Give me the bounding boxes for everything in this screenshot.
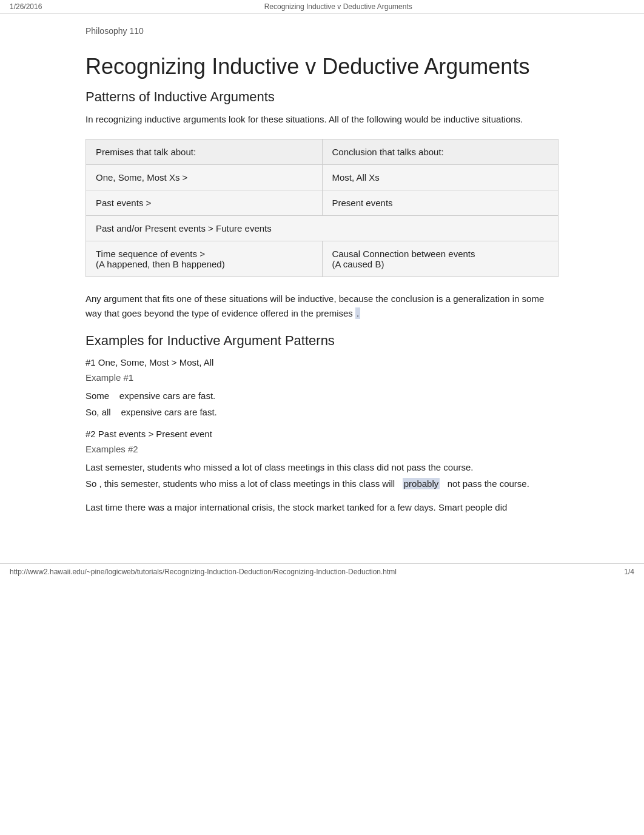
footer-bar: http://www2.hawaii.edu/~pine/logicweb/tu… <box>0 563 644 580</box>
table-cell-left-2: Past events > <box>86 190 323 216</box>
examples-section: Examples for Inductive Argument Patterns… <box>86 333 558 515</box>
table-cell-right-4: Causal Connection between events (A caus… <box>322 241 558 277</box>
example2-body: Last semester, students who missed a lot… <box>86 459 558 492</box>
example2-body2-suffix: not pass the course. <box>448 478 529 489</box>
body-text-1-main: Any argument that fits one of these situ… <box>86 293 544 318</box>
main-title: Recognizing Inductive v Deductive Argume… <box>86 54 558 79</box>
table-row: One, Some, Most Xs > Most, All Xs <box>86 165 558 190</box>
browser-date: 1/26/2016 <box>10 2 42 11</box>
example2-body1: Last semester, students who missed a lot… <box>86 459 558 475</box>
example1-line2-suffix: expensive cars are fast. <box>121 407 216 417</box>
example2-body2-prefix: So , this semester, students who miss a … <box>86 478 395 489</box>
body-text-1: Any argument that fits one of these situ… <box>86 292 558 321</box>
example1-line1: Some expensive cars are fast. <box>86 387 558 404</box>
table-cell-right-1: Most, All Xs <box>322 165 558 190</box>
patterns-table: Premises that talk about: Conclusion tha… <box>86 139 558 277</box>
table-header-right: Conclusion that talks about: <box>322 139 558 165</box>
example2-body3: Last time there was a major internationa… <box>86 500 558 515</box>
table-cell-left-4: Time sequence of events > (A happened, t… <box>86 241 323 277</box>
example2-sublabel: Examples #2 <box>86 444 558 454</box>
site-header-label: Philosophy 110 <box>86 26 144 36</box>
footer-page-num: 1/4 <box>624 568 634 576</box>
browser-bar: 1/26/2016 Recognizing Inductive v Deduct… <box>0 0 644 14</box>
page-content: Philosophy 110 Recognizing Inductive v D… <box>61 14 583 551</box>
example2-label: #2 Past events > Present event <box>86 429 558 439</box>
body-text-1-highlight: . <box>355 307 360 319</box>
table-row: Past and/or Present events > Future even… <box>86 216 558 241</box>
site-header: Philosophy 110 <box>86 26 558 36</box>
example1-body: Some expensive cars are fast. So, all ex… <box>86 387 558 420</box>
example1-line1-suffix: expensive cars are fast. <box>119 391 215 401</box>
example2-body2-highlight: probably <box>403 478 440 489</box>
table-cell-right-2: Present events <box>322 190 558 216</box>
example1-line2-prefix: So, all <box>86 407 111 417</box>
section1-title: Patterns of Inductive Arguments <box>86 89 558 105</box>
example2-body2: So , this semester, students who miss a … <box>86 475 558 492</box>
example1-line2: So, all expensive cars are fast. <box>86 404 558 420</box>
example1-label: #1 One, Some, Most > Most, All <box>86 357 558 367</box>
table-cell-left-1: One, Some, Most Xs > <box>86 165 323 190</box>
footer-url: http://www2.hawaii.edu/~pine/logicweb/tu… <box>10 568 397 576</box>
examples-title: Examples for Inductive Argument Patterns <box>86 333 558 349</box>
example1-sublabel: Example #1 <box>86 372 558 383</box>
intro-paragraph: In recognizing inductive arguments look … <box>86 112 558 127</box>
table-cell-full-3: Past and/or Present events > Future even… <box>86 216 558 241</box>
table-header-row: Premises that talk about: Conclusion tha… <box>86 139 558 165</box>
table-row: Time sequence of events > (A happened, t… <box>86 241 558 277</box>
table-row: Past events > Present events <box>86 190 558 216</box>
browser-title: Recognizing Inductive v Deductive Argume… <box>264 2 412 11</box>
table-header-left: Premises that talk about: <box>86 139 323 165</box>
example1-line1-prefix: Some <box>86 391 109 401</box>
